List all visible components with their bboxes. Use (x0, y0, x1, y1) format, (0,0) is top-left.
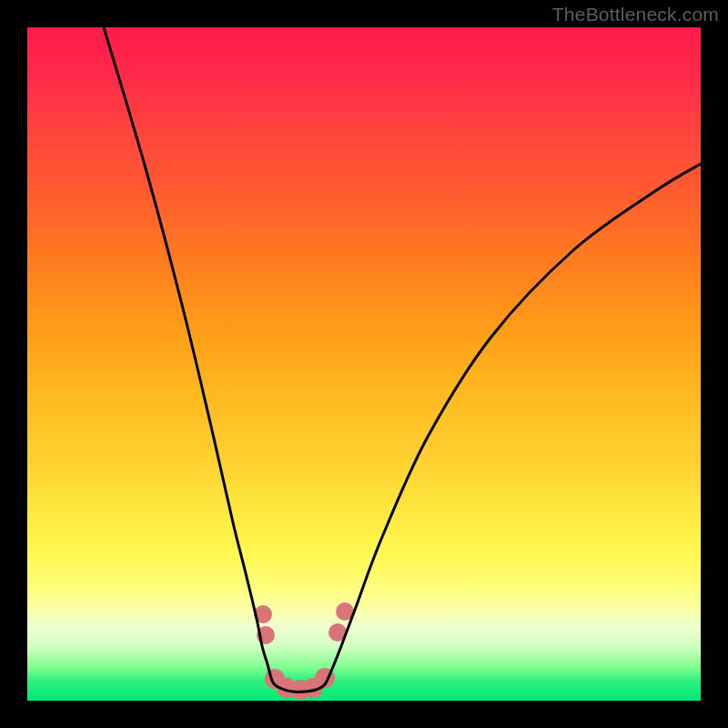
chart-frame: TheBottleneck.com (0, 0, 728, 728)
bottleneck-curve-svg (27, 27, 701, 701)
watermark-text: TheBottleneck.com (552, 4, 719, 25)
plot-area (27, 27, 701, 701)
bottleneck-curve (104, 27, 701, 692)
